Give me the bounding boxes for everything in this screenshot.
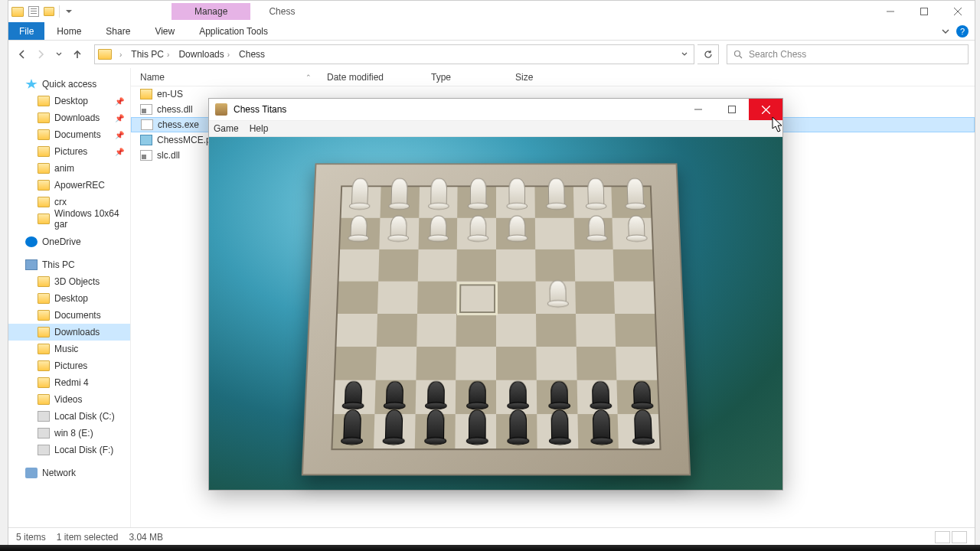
nav-quick-access-item[interactable]: Downloads📌: [8, 109, 130, 126]
disk-icon: [38, 411, 50, 422]
nav-network[interactable]: Network: [8, 465, 130, 481]
qat-properties-icon[interactable]: [28, 6, 39, 17]
nav-quick-access-item[interactable]: anim: [8, 160, 130, 177]
column-size[interactable]: Size: [506, 72, 563, 83]
chess-piece[interactable]: [583, 209, 609, 239]
forward-button[interactable]: [33, 47, 48, 62]
qat-dropdown-icon[interactable]: [66, 8, 72, 15]
chess-piece[interactable]: [465, 209, 490, 239]
chess-piece[interactable]: [422, 409, 449, 442]
nav-quick-access-item[interactable]: Documents📌: [8, 126, 130, 143]
nav-pc-item[interactable]: Videos: [8, 391, 130, 408]
chess-piece[interactable]: [505, 209, 530, 239]
chess-piece[interactable]: [347, 178, 373, 207]
chess-piece[interactable]: [622, 209, 649, 239]
nav-pc-item[interactable]: Music: [8, 341, 130, 357]
chess-maximize-button[interactable]: [715, 99, 749, 120]
svg-rect-8: [729, 106, 736, 113]
tab-application-tools[interactable]: Application Tools: [187, 22, 280, 40]
column-name[interactable]: Name⌃: [131, 72, 318, 83]
chess-piece[interactable]: [463, 374, 490, 406]
nav-pc-item[interactable]: win 8 (E:): [8, 425, 130, 442]
chess-close-button[interactable]: [749, 99, 782, 120]
chess-piece[interactable]: [505, 374, 531, 406]
chess-piece[interactable]: [628, 374, 655, 406]
tab-share[interactable]: Share: [93, 22, 142, 40]
app-icon[interactable]: [11, 7, 24, 17]
nav-pc-item[interactable]: Local Disk (F:): [8, 442, 130, 458]
close-button[interactable]: [941, 1, 975, 22]
breadcrumb-segment[interactable]: Downloads ›: [174, 45, 234, 64]
chess-piece[interactable]: [586, 374, 614, 406]
refresh-button[interactable]: [697, 44, 719, 64]
chess-piece[interactable]: [338, 409, 366, 442]
nav-pc-item[interactable]: Pictures: [8, 357, 130, 374]
menu-help[interactable]: Help: [250, 123, 269, 134]
address-dropdown-icon[interactable]: [675, 49, 694, 60]
search-box[interactable]: Search Chess: [727, 44, 969, 64]
chess-piece[interactable]: [505, 409, 531, 442]
nav-quick-access[interactable]: Quick access: [8, 76, 130, 93]
chess-piece[interactable]: [583, 178, 609, 207]
nav-pc-item[interactable]: Downloads: [8, 324, 130, 341]
help-button[interactable]: ?: [956, 25, 969, 37]
chess-piece[interactable]: [544, 273, 570, 304]
chess-piece[interactable]: [622, 178, 648, 207]
chess-piece[interactable]: [386, 178, 412, 207]
highlighted-square[interactable]: [457, 282, 498, 315]
chess-piece[interactable]: [463, 409, 490, 442]
chess-piece[interactable]: [345, 209, 372, 239]
nav-onedrive[interactable]: OneDrive: [8, 233, 130, 250]
tab-view[interactable]: View: [142, 22, 187, 40]
contextual-ribbon-tab[interactable]: Manage: [172, 3, 250, 20]
nav-quick-access-item[interactable]: ApowerREC: [8, 177, 130, 194]
chess-board[interactable]: [301, 163, 690, 475]
chess-piece[interactable]: [544, 178, 570, 207]
chess-piece[interactable]: [422, 374, 449, 406]
view-details-button[interactable]: [935, 531, 950, 543]
recent-locations-icon[interactable]: [51, 47, 67, 62]
chess-board-area[interactable]: [209, 137, 782, 490]
chess-piece[interactable]: [629, 409, 656, 442]
nav-quick-access-item[interactable]: Pictures📌: [8, 143, 130, 160]
nav-quick-access-item[interactable]: Windows 10x64 gar: [8, 210, 130, 227]
chess-piece[interactable]: [380, 409, 407, 442]
chess-piece[interactable]: [465, 178, 490, 207]
breadcrumb-chevron[interactable]: ›: [115, 45, 126, 64]
nav-pc-item[interactable]: Documents: [8, 307, 130, 324]
chess-piece[interactable]: [546, 409, 573, 442]
chess-piece[interactable]: [425, 209, 451, 239]
back-button[interactable]: [15, 47, 30, 62]
chess-piece[interactable]: [546, 374, 573, 406]
column-type[interactable]: Type: [422, 72, 506, 83]
chess-window-title: Chess Titans: [234, 104, 286, 115]
chess-piece[interactable]: [385, 209, 411, 239]
up-button[interactable]: [70, 47, 85, 62]
nav-pc-item[interactable]: Redmi 4: [8, 374, 130, 391]
minimize-button[interactable]: [874, 1, 907, 22]
breadcrumb-segment[interactable]: Chess: [234, 45, 270, 64]
chess-piece[interactable]: [381, 374, 408, 406]
chess-minimize-button[interactable]: [681, 99, 715, 120]
chess-piece[interactable]: [426, 178, 452, 207]
breadcrumb-segment[interactable]: This PC ›: [126, 45, 174, 64]
nav-quick-access-item[interactable]: Desktop📌: [8, 93, 130, 109]
view-thumbnails-button[interactable]: [952, 531, 967, 543]
file-tab[interactable]: File: [8, 22, 44, 40]
maximize-button[interactable]: [907, 1, 941, 22]
chess-piece[interactable]: [505, 178, 530, 207]
menu-game[interactable]: Game: [214, 123, 239, 134]
qat-newfolder-icon[interactable]: [44, 7, 54, 16]
expand-ribbon-icon[interactable]: [938, 22, 953, 40]
tab-home[interactable]: Home: [44, 22, 93, 40]
taskbar[interactable]: [0, 545, 980, 551]
chess-piece[interactable]: [340, 374, 368, 406]
chess-piece[interactable]: [587, 409, 615, 442]
nav-pc-item[interactable]: Desktop: [8, 290, 130, 307]
nav-this-pc[interactable]: This PC: [8, 256, 130, 273]
nav-pc-item[interactable]: Local Disk (C:): [8, 408, 130, 425]
address-bar[interactable]: › This PC › Downloads › Chess: [94, 44, 694, 64]
folder-icon: [38, 146, 50, 157]
column-date[interactable]: Date modified: [318, 72, 422, 83]
nav-pc-item[interactable]: 3D Objects: [8, 273, 130, 290]
